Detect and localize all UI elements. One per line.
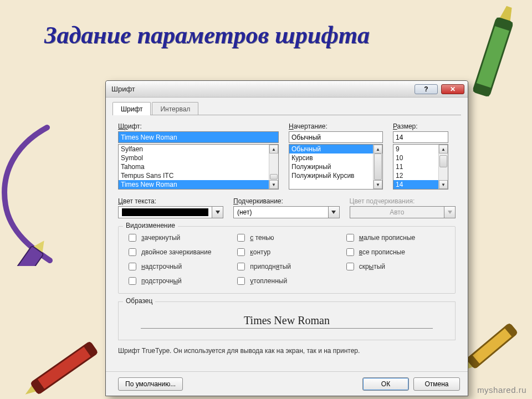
underline-label: Подчеркивание: (233, 197, 340, 205)
scroll-up-icon[interactable]: ▲ (374, 145, 382, 154)
ok-button[interactable]: ОК (362, 377, 409, 391)
hint-text: Шрифт TrueType. Он используется для выво… (118, 347, 456, 355)
font-input[interactable]: Times New Roman (118, 131, 279, 143)
crayon-decoration-top-right (463, 4, 524, 104)
list-item[interactable]: 14 (393, 180, 438, 189)
list-item[interactable]: Sylfaen (119, 145, 269, 154)
slide-title: Задание параметров шрифта (44, 21, 370, 49)
watermark: myshared.ru (477, 385, 526, 395)
scrollbar[interactable]: ▲ ▼ (373, 145, 382, 189)
chk-hidden[interactable]: скрытый (344, 261, 447, 272)
font-dialog: Шрифт ? ✕ Шрифт Интервал Шрифт: Times Ne… (105, 80, 468, 396)
chevron-down-icon (444, 207, 455, 218)
chevron-down-icon[interactable] (212, 207, 223, 218)
cancel-button[interactable]: Отмена (413, 377, 460, 391)
style-label: Начертание: (289, 122, 383, 130)
list-item[interactable]: Обычный (289, 145, 373, 154)
underline-combo[interactable]: (нет) (233, 206, 340, 218)
style-input[interactable]: Обычный (289, 131, 383, 143)
list-item[interactable]: Курсив (289, 154, 373, 162)
text-color-label: Цвет текста: (118, 197, 223, 205)
chk-subscript[interactable]: подстрочный (126, 275, 229, 287)
chk-all-caps[interactable]: все прописные (344, 247, 447, 258)
svg-marker-14 (216, 211, 220, 214)
list-item[interactable]: 10 (393, 154, 438, 162)
color-swatch (122, 208, 208, 216)
scroll-down-icon[interactable]: ▼ (439, 180, 448, 189)
close-button[interactable]: ✕ (441, 84, 464, 94)
button-bar: По умолчанию... ОК Отмена (106, 371, 468, 396)
font-listbox[interactable]: Sylfaen Symbol Tahoma Tempus Sans ITC Ti… (118, 144, 279, 190)
sample-text: Times New Roman (244, 314, 330, 328)
scroll-down-icon[interactable]: ▼ (269, 180, 278, 189)
list-item[interactable]: Times New Roman (119, 180, 269, 189)
font-label: Шрифт: (118, 122, 279, 130)
style-listbox[interactable]: Обычный Курсив Полужирный Полужирный Кур… (289, 144, 383, 190)
list-item[interactable]: Tempus Sans ITC (119, 171, 269, 180)
scroll-up-icon[interactable]: ▲ (439, 145, 448, 154)
scrollbar[interactable]: ▲ ▼ (269, 145, 278, 189)
chk-emboss[interactable]: приподнятый (235, 261, 338, 272)
chk-double-strike[interactable]: двойное зачеркивание (126, 247, 229, 258)
list-item[interactable]: 11 (393, 162, 438, 171)
size-label: Размер: (393, 122, 448, 130)
chk-engrave[interactable]: утопленный (235, 275, 338, 287)
underline-color-label: Цвет подчеркивания: (350, 197, 456, 205)
titlebar[interactable]: Шрифт ? ✕ (106, 81, 468, 98)
crayon-decoration-bottom-left (13, 338, 113, 399)
window-title: Шрифт (111, 85, 135, 93)
svg-marker-16 (448, 211, 452, 214)
list-item[interactable]: Tahoma (119, 162, 269, 171)
crayon-decoration-left (0, 122, 61, 266)
help-button[interactable]: ? (415, 84, 438, 94)
list-item[interactable]: Полужирный (289, 162, 373, 171)
chk-outline[interactable]: контур (235, 247, 338, 258)
chk-superscript[interactable]: надстрочный (126, 261, 229, 272)
size-listbox[interactable]: 9 10 11 12 14 ▲ ▼ (393, 144, 448, 190)
default-button[interactable]: По умолчанию... (118, 377, 183, 391)
tab-font[interactable]: Шрифт (112, 102, 151, 115)
underline-color-combo: Авто (350, 206, 456, 218)
scroll-down-icon[interactable]: ▼ (374, 180, 382, 189)
effects-legend: Видоизменение (123, 222, 178, 229)
list-item[interactable]: Symbol (119, 154, 269, 162)
chk-small-caps[interactable]: малые прописные (344, 232, 447, 243)
help-icon: ? (424, 85, 428, 93)
size-input[interactable]: 14 (393, 131, 448, 143)
underline-value: (нет) (234, 208, 328, 216)
chk-strikethrough[interactable]: зачеркнутый (126, 232, 229, 243)
tab-interval[interactable]: Интервал (152, 102, 198, 115)
svg-marker-15 (331, 211, 336, 214)
chk-shadow[interactable]: с тенью (235, 232, 338, 243)
sample-legend: Образец (123, 297, 155, 305)
scroll-up-icon[interactable]: ▲ (269, 145, 278, 154)
list-item[interactable]: 9 (393, 145, 438, 154)
close-icon: ✕ (450, 85, 456, 93)
tabs: Шрифт Интервал (112, 102, 468, 115)
scrollbar[interactable]: ▲ ▼ (438, 145, 448, 189)
chevron-down-icon[interactable] (328, 207, 339, 218)
list-item[interactable]: 12 (393, 171, 438, 180)
text-color-combo[interactable] (118, 206, 223, 218)
underline-color-value: Авто (350, 208, 444, 216)
effects-group: Видоизменение зачеркнутый двойное зачерк… (118, 226, 456, 294)
list-item[interactable]: Полужирный Курсив (289, 171, 373, 180)
sample-group: Образец Times New Roman (118, 301, 456, 340)
dialog-body: Шрифт: Times New Roman Sylfaen Symbol Ta… (106, 116, 468, 342)
